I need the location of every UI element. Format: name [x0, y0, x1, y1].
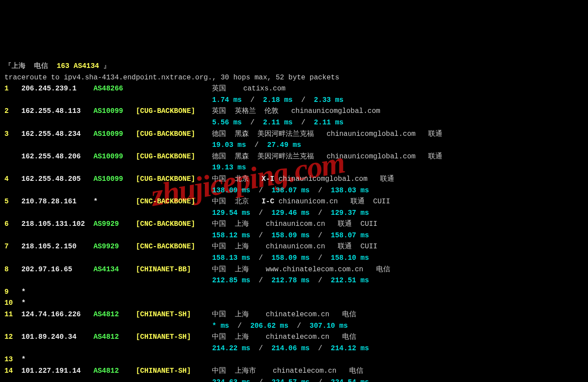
hop-latency-row: 158.12 ms / 158.09 ms / 158.07 ms	[4, 230, 584, 242]
hop-number: 2	[4, 107, 21, 115]
terminal-output: 『上海 电信 163 AS4134 』traceroute to ipv4.sh…	[4, 61, 584, 382]
hop-ip: *	[21, 288, 26, 296]
hop-number: 11	[4, 311, 21, 318]
hop-location: 中国 上海 chinaunicom.cn 联通 CUII	[212, 243, 377, 251]
hop-latency-row: 19.13 ms	[4, 162, 584, 174]
hop-asn: AS4812	[94, 311, 136, 318]
latency-value: 214.06 ms	[271, 345, 309, 352]
hop-latency-row: * ms / 206.62 ms / 307.10 ms	[4, 321, 584, 332]
latency-value: 158.09 ms	[271, 232, 309, 240]
hop-tag: [CUG-BACKBONE]	[136, 130, 212, 138]
hop-ip: 101.227.191.14	[21, 367, 93, 375]
hop-latency-row: 138.09 ms / 138.07 ms / 138.03 ms	[4, 185, 584, 197]
hop-latency-row: 158.13 ms / 158.09 ms / 158.10 ms	[4, 253, 584, 264]
hop-ip: 101.89.240.34	[21, 333, 93, 341]
hop-row: 12 101.89.240.34 AS4812 [CHINANET-SH] 中国…	[4, 332, 584, 343]
hop-location: 德国 黑森 美因河畔法兰克福 chinaunicomglobal.com 联通	[212, 130, 442, 138]
hop-ip: *	[21, 356, 26, 363]
hop-tag: [CUG-BACKBONE]	[136, 107, 212, 115]
hop-ip: 206.245.239.1	[21, 85, 93, 93]
hop-asn: AS48266	[94, 85, 136, 93]
hop-row: 3 162.255.48.234 AS10099 [CUG-BACKBONE] …	[4, 129, 584, 140]
hop-row: 10 *	[4, 298, 584, 309]
hop-location: 德国 黑森 美因河畔法兰克福 chinaunicomglobal.com 联通	[212, 153, 442, 161]
latency-value: 5.56 ms	[212, 119, 241, 127]
hop-tag: [CHINANET-SH]	[136, 367, 212, 375]
latency-value: 212.51 ms	[331, 277, 369, 285]
hop-tag	[136, 85, 212, 93]
hop-location: 中国 北京	[212, 175, 261, 183]
hop-location: 中国 上海 www.chinatelecom.com.cn 电信	[212, 266, 390, 273]
latency-value: 1.74 ms	[212, 96, 241, 104]
hop-latency-row: 212.85 ms / 212.78 ms / 212.51 ms	[4, 275, 584, 287]
hop-location: 中国 上海 chinatelecom.cn 电信	[212, 311, 356, 318]
latency-value: 19.13 ms	[212, 164, 246, 172]
hop-asn: AS4134	[94, 266, 136, 273]
hop-location: 中国 北京	[212, 198, 261, 206]
hop-asn: AS10099	[94, 175, 136, 183]
latency-value: 158.10 ms	[331, 254, 369, 262]
hop-asn: AS10099	[94, 130, 136, 138]
latency-value: 2.33 ms	[314, 96, 343, 104]
latency-value: 19.03 ms	[212, 141, 246, 149]
hop-number: 13	[4, 356, 21, 363]
hop-ip: 218.105.2.150	[21, 243, 93, 251]
hop-asn: *	[94, 198, 136, 206]
command-line: traceroute to ipv4.sha-4134.endpoint.nxt…	[4, 72, 584, 84]
hop-route-code: I-C	[262, 198, 275, 206]
hop-row: 14 101.227.191.14 AS4812 [CHINANET-SH] 中…	[4, 366, 584, 377]
hop-location: 中国 上海 chinatelecom.cn 电信	[212, 333, 356, 341]
hop-tag: [CHINANET-SH]	[136, 311, 212, 318]
latency-value: 224.63 ms	[212, 378, 250, 382]
latency-value: 206.62 ms	[250, 322, 288, 330]
hop-location: 英国 英格兰 伦敦 chinaunicomglobal.com	[212, 107, 380, 115]
hop-number: 1	[4, 85, 21, 93]
hop-ip: 202.97.16.65	[21, 266, 93, 273]
latency-value: * ms	[212, 322, 229, 330]
latency-value: 158.13 ms	[212, 254, 250, 262]
hop-asn: AS4812	[94, 333, 136, 341]
hop-ip: 162.255.48.113	[21, 107, 93, 115]
hop-number: 5	[4, 198, 21, 206]
latency-value: 214.22 ms	[212, 345, 250, 352]
hop-ip: 210.78.28.161	[21, 198, 93, 206]
hop-number: 4	[4, 175, 21, 183]
latency-value: 224.57 ms	[271, 378, 309, 382]
hop-tag: [CHINANET-SH]	[136, 333, 212, 341]
latency-value: 129.46 ms	[271, 209, 309, 217]
hop-latency-row: 129.54 ms / 129.46 ms / 129.37 ms	[4, 208, 584, 219]
latency-value: 307.10 ms	[309, 322, 347, 330]
latency-value: 212.85 ms	[212, 277, 250, 285]
hop-row: 11 124.74.166.226 AS4812 [CHINANET-SH] 中…	[4, 309, 584, 321]
hop-location: 中国 上海 chinaunicom.cn 联通 CUII	[212, 220, 377, 228]
hop-tag: [CNC-BACKBONE]	[136, 243, 212, 251]
hop-row: 1 206.245.239.1 AS48266 英国 catixs.com	[4, 83, 584, 95]
latency-value: 158.12 ms	[212, 232, 250, 240]
hop-tag: [CNC-BACKBONE]	[136, 198, 212, 206]
hop-latency-row: 214.22 ms / 214.06 ms / 214.12 ms	[4, 343, 584, 355]
latency-value: 138.09 ms	[212, 187, 250, 195]
hop-ip: 162.255.48.234	[21, 130, 93, 138]
hop-row: 2 162.255.48.113 AS10099 [CUG-BACKBONE] …	[4, 106, 584, 117]
hop-row: 6 218.105.131.102 AS9929 [CNC-BACKBONE] …	[4, 219, 584, 230]
hop-asn: AS10099	[94, 107, 136, 115]
hop-asn: AS10099	[94, 153, 136, 161]
latency-value: 138.03 ms	[331, 187, 369, 195]
latency-value: 158.07 ms	[331, 232, 369, 240]
latency-value: 2.11 ms	[263, 119, 293, 127]
hop-route-code: X-I	[262, 175, 275, 183]
hop-tag: [CUG-BACKBONE]	[136, 153, 212, 161]
latency-value: 158.09 ms	[271, 254, 309, 262]
hop-asn: AS9929	[94, 243, 136, 251]
hop-tag: [CNC-BACKBONE]	[136, 220, 212, 228]
hop-latency-row: 5.56 ms / 2.11 ms / 2.11 ms	[4, 117, 584, 129]
hop-latency-row: 1.74 ms / 2.18 ms / 2.33 ms	[4, 95, 584, 106]
latency-value: 27.49 ms	[267, 141, 301, 149]
hop-row: 162.255.48.206 AS10099 [CUG-BACKBONE] 德国…	[4, 151, 584, 163]
hop-row: 7 218.105.2.150 AS9929 [CNC-BACKBONE] 中国…	[4, 241, 584, 253]
hop-number: 6	[4, 220, 21, 228]
latency-value: 2.18 ms	[263, 96, 293, 104]
hop-location: 英国 catixs.com	[212, 85, 285, 93]
hop-ip: 162.255.48.206	[21, 153, 93, 161]
hop-number: 9	[4, 288, 21, 296]
